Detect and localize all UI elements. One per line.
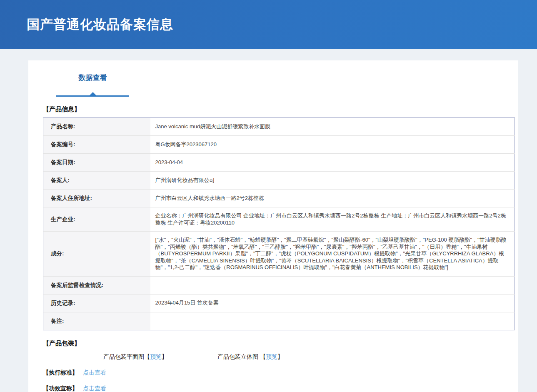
row-label: 备案人:: [43, 172, 150, 190]
packaging-section-title: 【产品包装】: [43, 340, 515, 347]
tab-active-underline: [56, 95, 129, 97]
row-value: 2023年04月15日 首次备案: [150, 294, 515, 312]
bracket-close: 】: [277, 353, 283, 360]
row-value: [150, 312, 515, 330]
row-value: ["水"，"火山泥"，"甘油"，"液体石蜡"，"鲸蜡硬脂醇"，"聚二甲基硅氧烷"…: [150, 232, 515, 277]
tab-data-view-label: 数据查看: [79, 74, 107, 82]
packaging-row: 产品包装平面图【预览】产品包装立体图 【预览】: [103, 353, 515, 361]
efficacy-row: 【功效宣称】点击查看: [43, 385, 515, 392]
row-label: 备注:: [43, 312, 150, 330]
table-row: 备注:: [43, 312, 515, 330]
table-row: 备案人:广州润研化妆品有限公司: [43, 172, 515, 190]
table-row: 备案编号:粤G妆网备字2023067120: [43, 136, 515, 154]
tab-bar: 数据查看: [43, 70, 515, 96]
row-value: 企业名称：广州润研化妆品有限公司 企业地址：广州市白云区人和镇秀水塘西一路2号2…: [150, 207, 515, 232]
standards-view-link[interactable]: 点击查看: [83, 369, 106, 376]
row-value: Jane volcanic mud妍泥火山泥舒缓紧致补水面膜: [150, 118, 515, 136]
row-label: 备案人住所地址:: [43, 190, 150, 207]
row-label: 备案编号:: [43, 136, 150, 154]
packaging-item: 产品包装立体图 【预览】: [217, 353, 283, 361]
efficacy-label: 【功效宣称】: [43, 385, 78, 392]
bracket-close: 】: [162, 353, 167, 360]
table-row: 历史记录:2023年04月15日 首次备案: [43, 294, 515, 312]
row-label: 备案后监督检查情况:: [43, 276, 150, 294]
table-row: 备案后监督检查情况:: [43, 276, 515, 294]
table-row: 成分:["水"，"火山泥"，"甘油"，"液体石蜡"，"鲸蜡硬脂醇"，"聚二甲基硅…: [43, 232, 515, 277]
row-value: 广州市白云区人和镇秀水塘西一路2号2栋整栋: [150, 190, 515, 207]
row-value: [150, 276, 515, 294]
row-label: 历史记录:: [43, 294, 150, 312]
page-title: 国产普通化妆品备案信息: [27, 16, 173, 33]
bracket-open: 【: [144, 353, 150, 360]
bracket-open: 【: [260, 353, 266, 360]
row-value: 广州润研化妆品有限公司: [150, 172, 515, 190]
row-label: 备案日期:: [43, 154, 150, 172]
row-label: 产品名称:: [43, 118, 150, 136]
tab-active-triangle-icon: [90, 92, 96, 95]
packaging-item: 产品包装平面图【预览】: [103, 353, 167, 361]
table-row: 产品名称:Jane volcanic mud妍泥火山泥舒缓紧致补水面膜: [43, 118, 515, 136]
product-info-section-title: 【产品信息】: [43, 105, 515, 113]
table-row: 备案日期:2023-04-04: [43, 154, 515, 172]
row-label: 生产企业:: [43, 207, 150, 232]
row-label: 成分:: [43, 232, 150, 277]
product-info-table: 产品名称:Jane volcanic mud妍泥火山泥舒缓紧致补水面膜备案编号:…: [43, 117, 515, 330]
packaging-preview-link[interactable]: 预览: [150, 353, 162, 360]
standards-label: 【执行标准】: [43, 369, 78, 376]
row-value: 2023-04-04: [150, 154, 515, 172]
table-row: 备案人住所地址:广州市白云区人和镇秀水塘西一路2号2栋整栋: [43, 190, 515, 207]
page: 国产普通化妆品备案信息 数据查看 【产品信息】 产品名称:Jane volcan…: [0, 0, 537, 392]
packaging-item-label: 产品包装平面图: [103, 353, 144, 360]
packaging-item-label: 产品包装立体图: [217, 353, 260, 360]
standards-row: 【执行标准】点击查看: [43, 369, 515, 377]
page-header: 国产普通化妆品备案信息: [0, 0, 537, 49]
row-value: 粤G妆网备字2023067120: [150, 136, 515, 154]
table-row: 生产企业:企业名称：广州润研化妆品有限公司 企业地址：广州市白云区人和镇秀水塘西…: [43, 207, 515, 232]
content-card: 数据查看 【产品信息】 产品名称:Jane volcanic mud妍泥火山泥舒…: [28, 60, 518, 392]
efficacy-view-link[interactable]: 点击查看: [83, 385, 106, 392]
tab-data-view[interactable]: 数据查看: [56, 73, 129, 82]
packaging-preview-link[interactable]: 预览: [266, 353, 277, 360]
